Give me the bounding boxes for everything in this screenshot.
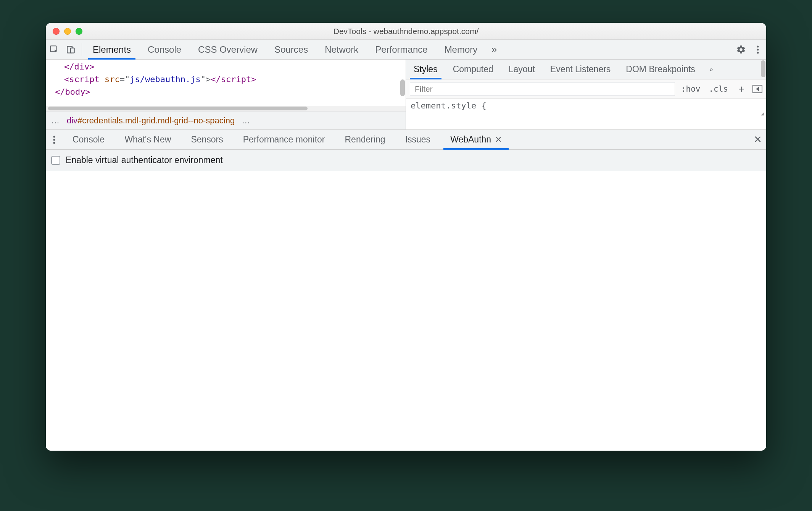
subtab-styles[interactable]: Styles bbox=[406, 60, 445, 79]
minimize-window-button[interactable] bbox=[64, 28, 71, 35]
breadcrumb-overflow-right[interactable]: … bbox=[240, 116, 252, 126]
tab-label: Issues bbox=[405, 134, 430, 145]
window-controls bbox=[46, 28, 82, 35]
breadcrumb-classes: .mdl-grid.mdl-grid--no-spacing bbox=[123, 116, 235, 125]
tab-label: Performance bbox=[375, 44, 427, 55]
drawer-tab-rendering[interactable]: Rendering bbox=[335, 130, 395, 149]
breadcrumb-id: #credentials bbox=[77, 116, 123, 125]
styles-tabstrip: Styles Computed Layout Event Listeners D… bbox=[406, 60, 766, 79]
elements-dom-panel: </div> <script src="js/webauthn.js"></sc… bbox=[46, 60, 406, 129]
tab-performance[interactable]: Performance bbox=[367, 40, 436, 59]
drawer-tab-performance-monitor[interactable]: Performance monitor bbox=[233, 130, 335, 149]
svg-point-6 bbox=[53, 136, 55, 137]
drawer-tabstrip: Console What's New Sensors Performance m… bbox=[46, 130, 766, 150]
tab-label: Styles bbox=[414, 64, 438, 74]
tab-elements[interactable]: Elements bbox=[84, 40, 139, 59]
code-token: </ bbox=[211, 74, 221, 84]
tab-css-overview[interactable]: CSS Overview bbox=[190, 40, 266, 59]
subtab-event-listeners[interactable]: Event Listeners bbox=[543, 60, 619, 79]
tab-label: Event Listeners bbox=[550, 64, 611, 74]
close-tab-icon[interactable]: ✕ bbox=[495, 135, 502, 145]
drawer-kebab-icon[interactable] bbox=[46, 130, 63, 149]
webauthn-empty-content bbox=[46, 171, 766, 451]
styles-filter-input[interactable] bbox=[410, 82, 675, 96]
subtab-dom-breakpoints[interactable]: DOM Breakpoints bbox=[618, 60, 703, 79]
tab-memory[interactable]: Memory bbox=[436, 40, 486, 59]
tab-label: CSS Overview bbox=[198, 44, 258, 55]
main-tabstrip: Elements Console CSS Overview Sources Ne… bbox=[46, 40, 766, 60]
tab-label: Layout bbox=[509, 64, 535, 74]
subtab-computed[interactable]: Computed bbox=[445, 60, 501, 79]
hov-toggle[interactable]: :hov bbox=[679, 84, 703, 94]
kebab-menu-icon[interactable] bbox=[749, 40, 766, 59]
new-style-rule-icon[interactable]: ＋ bbox=[734, 82, 749, 95]
inspect-element-icon[interactable] bbox=[46, 40, 63, 59]
tab-network[interactable]: Network bbox=[316, 40, 367, 59]
tab-label: Network bbox=[325, 44, 358, 55]
svg-point-4 bbox=[757, 49, 759, 50]
tab-label: What's New bbox=[124, 134, 171, 145]
devtools-window: DevTools - webauthndemo.appspot.com/ Ele… bbox=[46, 23, 766, 451]
drawer-tab-webauthn[interactable]: WebAuthn✕ bbox=[440, 130, 512, 149]
breadcrumb-node[interactable]: div#credentials.mdl-grid.mdl-grid--no-sp… bbox=[67, 116, 235, 126]
device-toolbar-icon[interactable] bbox=[63, 40, 79, 59]
drawer-tab-sensors[interactable]: Sensors bbox=[181, 130, 233, 149]
titlebar: DevTools - webauthndemo.appspot.com/ bbox=[46, 23, 766, 40]
horizontal-scrollbar[interactable] bbox=[46, 106, 406, 111]
drawer-tab-issues[interactable]: Issues bbox=[395, 130, 440, 149]
element-style-block[interactable]: element.style { bbox=[406, 99, 766, 113]
tab-label: Sources bbox=[274, 44, 308, 55]
code-token: script bbox=[69, 74, 99, 84]
tab-label: Console bbox=[72, 134, 105, 145]
subtab-layout[interactable]: Layout bbox=[501, 60, 543, 79]
code-token: script bbox=[221, 74, 251, 84]
breadcrumb-overflow-left[interactable]: … bbox=[50, 116, 61, 126]
computed-sidebar-toggle-icon[interactable] bbox=[752, 85, 762, 93]
dom-breadcrumb[interactable]: … div#credentials.mdl-grid.mdl-grid--no-… bbox=[46, 111, 406, 129]
resize-corner-icon[interactable]: ◢ bbox=[761, 112, 764, 116]
svg-rect-2 bbox=[71, 48, 74, 53]
code-token: =" bbox=[120, 74, 130, 84]
tab-label: DOM Breakpoints bbox=[626, 64, 695, 74]
svg-point-7 bbox=[53, 139, 55, 141]
breadcrumb-tag: div bbox=[67, 116, 77, 125]
code-token: body bbox=[65, 87, 85, 97]
webauthn-toolbar: Enable virtual authenticator environment bbox=[46, 150, 766, 171]
svg-point-8 bbox=[53, 142, 55, 144]
code-token: "> bbox=[201, 74, 211, 84]
vertical-scrollbar[interactable] bbox=[400, 79, 405, 96]
code-token bbox=[100, 74, 105, 84]
elements-split: </div> <script src="js/webauthn.js"></sc… bbox=[46, 60, 766, 130]
drawer-tab-whats-new[interactable]: What's New bbox=[114, 130, 181, 149]
vertical-scrollbar[interactable] bbox=[761, 60, 765, 77]
code-token: < bbox=[64, 74, 69, 84]
drawer-tab-console[interactable]: Console bbox=[63, 130, 114, 149]
close-window-button[interactable] bbox=[53, 28, 60, 35]
tab-label: Elements bbox=[93, 44, 131, 55]
tab-label: Performance monitor bbox=[243, 134, 325, 145]
tab-console[interactable]: Console bbox=[139, 40, 190, 59]
zoom-window-button[interactable] bbox=[76, 28, 82, 35]
cls-toggle[interactable]: .cls bbox=[706, 84, 730, 94]
tab-sources[interactable]: Sources bbox=[266, 40, 316, 59]
svg-point-3 bbox=[757, 45, 759, 47]
tab-label: WebAuthn bbox=[450, 134, 491, 145]
code-token: src bbox=[105, 74, 120, 84]
tab-label: Computed bbox=[453, 64, 493, 74]
enable-virtual-authenticator-checkbox[interactable] bbox=[51, 156, 60, 165]
styles-toolbar: :hov .cls ＋ ◢ bbox=[406, 79, 766, 99]
tab-label: Console bbox=[148, 44, 181, 55]
styles-panel: Styles Computed Layout Event Listeners D… bbox=[406, 60, 766, 129]
enable-virtual-authenticator-label: Enable virtual authenticator environment bbox=[66, 155, 223, 165]
dom-tree-code[interactable]: </div> <script src="js/webauthn.js"></sc… bbox=[46, 60, 406, 106]
more-subtabs-icon[interactable]: » bbox=[703, 60, 720, 79]
code-token: js/webauthn.js bbox=[130, 74, 200, 84]
tab-label: Rendering bbox=[345, 134, 385, 145]
tab-label: Memory bbox=[445, 44, 478, 55]
more-tabs-icon[interactable]: » bbox=[486, 40, 503, 59]
window-title: DevTools - webauthndemo.appspot.com/ bbox=[46, 27, 766, 36]
close-drawer-icon[interactable]: ✕ bbox=[749, 130, 766, 149]
settings-icon[interactable] bbox=[733, 40, 749, 59]
code-token: </ bbox=[55, 87, 65, 97]
code-token: </ bbox=[64, 62, 74, 71]
